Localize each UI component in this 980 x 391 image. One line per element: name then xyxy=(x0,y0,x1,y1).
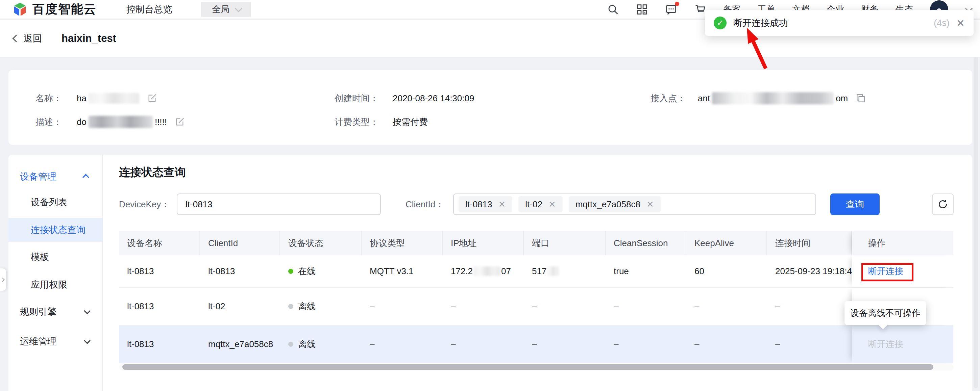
info-billing-row: 计费类型： 按需付费 xyxy=(334,111,474,133)
copy-endpoint-icon[interactable] xyxy=(855,93,866,104)
search-icon[interactable] xyxy=(607,3,619,16)
content-title: 连接状态查询 xyxy=(119,165,186,180)
cell-action: 断开连接 xyxy=(852,326,953,363)
messages-icon[interactable] xyxy=(665,3,677,16)
edit-name-icon[interactable] xyxy=(147,93,158,104)
query-button[interactable]: 查询 xyxy=(830,193,880,215)
status-text: 离线 xyxy=(298,338,316,350)
devicekey-input[interactable]: lt-0813 xyxy=(177,193,381,215)
cell-connect-time: – xyxy=(767,326,852,363)
col-ip: IP地址 xyxy=(443,231,524,255)
cell-connect-time: – xyxy=(767,288,852,325)
table-header: 设备名称 ClientId 设备状态 协议类型 IP地址 端口 CleanSes… xyxy=(119,231,953,255)
disconnect-link[interactable]: 断开连接 xyxy=(868,265,903,277)
cell-clientid: mqttx_e7a058c8 xyxy=(200,326,280,363)
console-overview-link[interactable]: 控制台总览 xyxy=(126,3,172,16)
cart-icon[interactable] xyxy=(694,3,706,16)
horizontal-scrollbar-thumb[interactable] xyxy=(123,364,933,370)
sidebar-item-conn-status[interactable]: 连接状态查询 xyxy=(8,218,102,242)
info-endpoint-row: 接入点： ant om xyxy=(651,87,866,109)
main-panel: 设备管理 设备列表 连接状态查询 模板 应用权限 规则引擎 运维管理 xyxy=(8,155,972,391)
back-button[interactable]: 返回 xyxy=(14,32,42,44)
name-redaction xyxy=(89,93,139,104)
sidebar-item-label: 设备管理 xyxy=(20,171,56,183)
edit-desc-icon[interactable] xyxy=(174,117,185,127)
baidu-cloud-logo-icon xyxy=(12,2,28,17)
cell-clientid: lt-02 xyxy=(200,288,280,325)
info-name-row: 名称： ha xyxy=(35,87,185,109)
instance-info-panel: 名称： ha 描述： do !!!!! xyxy=(8,70,972,145)
endpoint-suffix: om xyxy=(836,93,848,104)
cell-device-name: lt-0813 xyxy=(119,255,200,287)
sidebar: 设备管理 设备列表 连接状态查询 模板 应用权限 规则引擎 运维管理 xyxy=(8,155,103,391)
brand-logo[interactable]: 百度智能云 xyxy=(12,1,97,17)
created-label: 创建时间： xyxy=(334,92,393,104)
sidebar-item-device-mgmt[interactable]: 设备管理 xyxy=(8,167,102,187)
status-dot-offline xyxy=(288,342,293,347)
billing-label: 计费类型： xyxy=(334,116,393,128)
sidebar-item-label: 设备列表 xyxy=(31,196,67,208)
cell-protocol: MQTT v3.1 xyxy=(361,255,443,287)
brand-name: 百度智能云 xyxy=(32,1,97,17)
back-label: 返回 xyxy=(24,32,42,44)
tag-close-icon[interactable]: ✕ xyxy=(646,199,654,210)
toast-close-icon[interactable]: ✕ xyxy=(956,17,965,29)
tag-close-icon[interactable]: ✕ xyxy=(549,199,556,210)
cell-action: 断开连接 xyxy=(852,255,953,287)
sidebar-item-template[interactable]: 模板 xyxy=(8,247,102,267)
table-row: lt-0813 mqttx_e7a058c8 离线 – – – – – – xyxy=(119,326,953,363)
cell-status: 离线 xyxy=(280,326,361,363)
created-value: 2020-08-26 14:30:09 xyxy=(393,93,474,104)
success-check-icon: ✓ xyxy=(714,17,727,29)
desc-label: 描述： xyxy=(35,116,77,128)
status-text: 在线 xyxy=(298,265,316,277)
connection-table: 设备名称 ClientId 设备状态 协议类型 IP地址 端口 CleanSes… xyxy=(119,231,953,363)
tooltip-text: 设备离线不可操作 xyxy=(850,307,921,319)
info-col-2: 创建时间： 2020-08-26 14:30:09 计费类型： 按需付费 xyxy=(334,87,474,135)
tag-close-icon[interactable]: ✕ xyxy=(498,199,506,210)
clientid-label: ClientId： xyxy=(406,193,444,215)
name-label: 名称： xyxy=(35,92,77,104)
sidebar-item-ops-mgmt[interactable]: 运维管理 xyxy=(8,332,102,351)
sidebar-item-label: 运维管理 xyxy=(20,335,56,347)
vertical-scrollbar[interactable] xyxy=(974,20,978,388)
cell-ip: – xyxy=(443,326,524,363)
col-clientid: ClientId xyxy=(200,231,280,255)
name-value: ha xyxy=(77,93,158,104)
devicekey-value: lt-0813 xyxy=(186,199,213,210)
refresh-button[interactable] xyxy=(932,193,954,215)
info-col-1: 名称： ha 描述： do !!!!! xyxy=(35,87,185,135)
sidebar-item-device-list[interactable]: 设备列表 xyxy=(8,193,102,212)
success-toast: ✓ 断开连接成功 (4s) ✕ xyxy=(705,10,974,36)
sidebar-item-rule-engine[interactable]: 规则引擎 xyxy=(8,302,102,321)
tag-label: lt-02 xyxy=(525,199,542,210)
offline-tooltip: 设备离线不可操作 xyxy=(845,301,926,325)
col-action: 操作 xyxy=(852,231,953,255)
apps-grid-icon[interactable] xyxy=(636,3,648,16)
screen: 百度智能云 控制台总览 全局 备案 工单 文档 企业 财务 xyxy=(0,0,980,391)
endpoint-prefix: ant xyxy=(698,93,710,104)
col-cleansession: CleanSession xyxy=(606,231,686,255)
disconnect-link-disabled[interactable]: 断开连接 xyxy=(868,338,903,350)
status-text: 离线 xyxy=(298,301,316,312)
col-device-name: 设备名称 xyxy=(119,231,200,255)
col-keepalive: KeepAlive xyxy=(686,231,767,255)
clientid-input[interactable]: lt-0813 ✕ lt-02 ✕ mqttx_e7a058c8 ✕ xyxy=(453,193,816,215)
status-dot-online xyxy=(288,269,293,274)
region-selector[interactable]: 全局 xyxy=(201,2,251,17)
status-dot-offline xyxy=(288,304,293,309)
clientid-tag: lt-02 ✕ xyxy=(519,196,562,212)
cell-device-name: lt-0813 xyxy=(119,326,200,363)
sidebar-collapse-handle[interactable] xyxy=(0,268,6,291)
cell-cleansession: – xyxy=(606,288,686,325)
cell-protocol: – xyxy=(361,288,443,325)
info-col-3: 接入点： ant om xyxy=(651,87,866,111)
cell-port: 517 xyxy=(524,255,606,287)
billing-value: 按需付费 xyxy=(393,116,428,128)
endpoint-value: ant om xyxy=(698,92,866,104)
sidebar-item-app-perm[interactable]: 应用权限 xyxy=(8,275,102,294)
page-title: haixin_test xyxy=(62,32,116,44)
chevron-down-icon xyxy=(84,337,91,344)
col-connect-time: 连接时间 xyxy=(767,231,852,255)
tag-label: lt-0813 xyxy=(465,199,492,210)
